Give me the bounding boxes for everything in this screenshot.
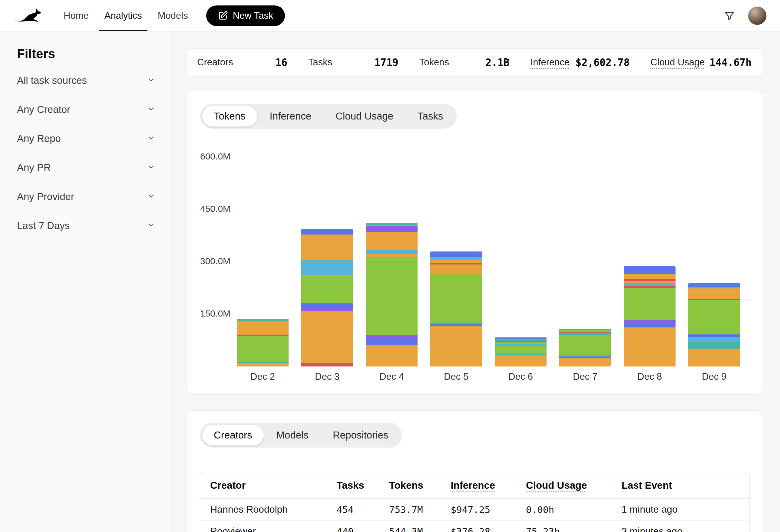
- bar-segment-orange[interactable]: [624, 281, 676, 283]
- y-axis-label-450-0m: 450.0M: [200, 204, 231, 214]
- column-header-inference[interactable]: Inference: [440, 472, 515, 498]
- bar-segment-orange[interactable]: [366, 232, 418, 250]
- filter-label-any-provider: Any Provider: [17, 191, 74, 203]
- bar-segment-teal[interactable]: [688, 342, 740, 349]
- bar-segment-teal[interactable]: [559, 332, 611, 335]
- bar-segment-purple[interactable]: [366, 226, 418, 232]
- bar-segment-teal[interactable]: [237, 319, 289, 321]
- bar-segment-green[interactable]: [688, 300, 740, 334]
- user-avatar[interactable]: [748, 6, 767, 25]
- bar-segment-green[interactable]: [624, 288, 676, 320]
- stat-label-cloud-usage[interactable]: Cloud Usage: [650, 57, 704, 68]
- bar-segment-orange[interactable]: [366, 345, 418, 367]
- bar-segment-blue[interactable]: [301, 303, 353, 308]
- chevron-down-icon: [147, 134, 155, 144]
- nav-item-models[interactable]: Models: [152, 0, 193, 31]
- bar-segment-orange[interactable]: [430, 326, 482, 367]
- table-row-hannes-roodolph[interactable]: Hannes Roodolph454753.7M$947.250.00h1 mi…: [199, 499, 749, 521]
- x-axis-label-dec-7: Dec 7: [559, 371, 611, 382]
- stat-cloud-usage: Cloud Usage144.67h: [640, 49, 762, 76]
- bar-segment-green[interactable]: [430, 274, 482, 323]
- bar-segment-blue[interactable]: [688, 334, 740, 337]
- bar-dec-4[interactable]: [366, 223, 418, 367]
- bar-dec-2[interactable]: [237, 319, 289, 367]
- bar-segment-purple[interactable]: [301, 308, 353, 311]
- table-row-rooviewer[interactable]: Rooviewer440544.3M$376.2875.23h3 minutes…: [199, 521, 749, 532]
- stat-creators: Creators16: [187, 49, 298, 76]
- bar-segment-blue[interactable]: [624, 266, 676, 274]
- filter-any-provider[interactable]: Any Provider: [17, 182, 155, 211]
- cell-tokens: 753.7M: [378, 499, 440, 520]
- cell-creator: Rooviewer: [199, 521, 326, 532]
- filter-last-7-days[interactable]: Last 7 Days: [17, 211, 155, 240]
- bar-segment-orange[interactable]: [688, 349, 740, 367]
- bar-segment-teal[interactable]: [366, 223, 418, 225]
- bar-segment-sky[interactable]: [301, 260, 353, 275]
- filters-title: Filters: [17, 47, 155, 61]
- bar-dec-9[interactable]: [688, 283, 740, 367]
- bar-segment-orange[interactable]: [301, 311, 353, 363]
- column-header-cloud-usage[interactable]: Cloud Usage: [515, 472, 611, 498]
- filter-any-pr[interactable]: Any PR: [17, 153, 155, 182]
- chart-tab-tokens[interactable]: Tokens: [202, 106, 257, 126]
- breakdown-tab-repositories[interactable]: Repositories: [321, 425, 400, 445]
- bar-dec-5[interactable]: [430, 252, 482, 367]
- bar-segment-sky[interactable]: [495, 344, 546, 346]
- bar-segment-green[interactable]: [495, 342, 546, 344]
- bar-segment-orange[interactable]: [237, 321, 289, 335]
- bar-dec-3[interactable]: [301, 229, 353, 367]
- chart-tab-cloud-usage[interactable]: Cloud Usage: [324, 106, 405, 126]
- bar-segment-green[interactable]: [495, 346, 546, 354]
- bar-segment-orange[interactable]: [366, 254, 418, 257]
- bar-segment-orange[interactable]: [237, 363, 289, 367]
- breakdown-tab-models[interactable]: Models: [265, 425, 320, 445]
- filter-any-creator[interactable]: Any Creator: [17, 95, 155, 124]
- new-task-button[interactable]: New Task: [206, 5, 285, 26]
- bar-segment-blue[interactable]: [301, 229, 353, 234]
- bar-segment-purple[interactable]: [624, 320, 676, 323]
- bar-segment-green[interactable]: [366, 257, 418, 335]
- bar-segment-teal[interactable]: [495, 339, 546, 341]
- bar-segment-sky[interactable]: [430, 257, 482, 260]
- bar-segment-blue[interactable]: [430, 252, 482, 257]
- bar-segment-green[interactable]: [237, 336, 289, 362]
- bar-segment-sky[interactable]: [624, 283, 676, 286]
- filter-any-repo[interactable]: Any Repo: [17, 124, 155, 153]
- chevron-down-icon: [147, 76, 155, 85]
- bar-segment-green[interactable]: [301, 275, 353, 303]
- bar-segment-orange[interactable]: [624, 274, 676, 279]
- bar-segment-orange[interactable]: [430, 260, 482, 263]
- bar-dec-7[interactable]: [559, 329, 611, 367]
- chart-tab-tasks[interactable]: Tasks: [406, 106, 454, 126]
- kangaroo-logo[interactable]: [13, 0, 45, 31]
- nav-item-home[interactable]: Home: [58, 0, 94, 31]
- bar-segment-orange[interactable]: [559, 358, 611, 367]
- bar-segment-blue[interactable]: [430, 324, 482, 326]
- chart-card: TokensInferenceCloud UsageTasks 150.0M30…: [187, 90, 762, 394]
- bar-segment-orange[interactable]: [495, 355, 546, 367]
- topbar-nav: HomeAnalyticsModels: [56, 0, 196, 31]
- breakdown-tab-creators[interactable]: Creators: [202, 425, 264, 445]
- bar-segment-blue[interactable]: [366, 339, 418, 345]
- bar-segment-blue[interactable]: [624, 323, 676, 327]
- bar-segment-blue[interactable]: [688, 283, 740, 287]
- bar-dec-6[interactable]: [495, 337, 546, 367]
- bar-segment-purple[interactable]: [366, 335, 418, 339]
- bar-segment-orange[interactable]: [301, 234, 353, 260]
- bar-segment-orange[interactable]: [624, 327, 676, 367]
- bar-segment-orange[interactable]: [688, 288, 740, 299]
- stat-label-creators: Creators: [197, 57, 233, 68]
- x-axis-label-dec-6: Dec 6: [495, 371, 546, 382]
- bar-segment-sky[interactable]: [688, 337, 740, 342]
- topbar-right: [724, 0, 767, 31]
- chart-tab-inference[interactable]: Inference: [258, 106, 323, 126]
- bar-segment-red[interactable]: [301, 363, 353, 367]
- filter-all-task-sources[interactable]: All task sources: [17, 66, 155, 95]
- filter-funnel-icon[interactable]: [724, 10, 735, 21]
- nav-item-analytics[interactable]: Analytics: [99, 0, 147, 31]
- bar-segment-green[interactable]: [559, 335, 611, 355]
- bar-dec-8[interactable]: [624, 266, 676, 367]
- bar-segment-orange[interactable]: [430, 264, 482, 274]
- bar-segment-sky[interactable]: [366, 250, 418, 254]
- stat-label-inference[interactable]: Inference: [531, 57, 570, 68]
